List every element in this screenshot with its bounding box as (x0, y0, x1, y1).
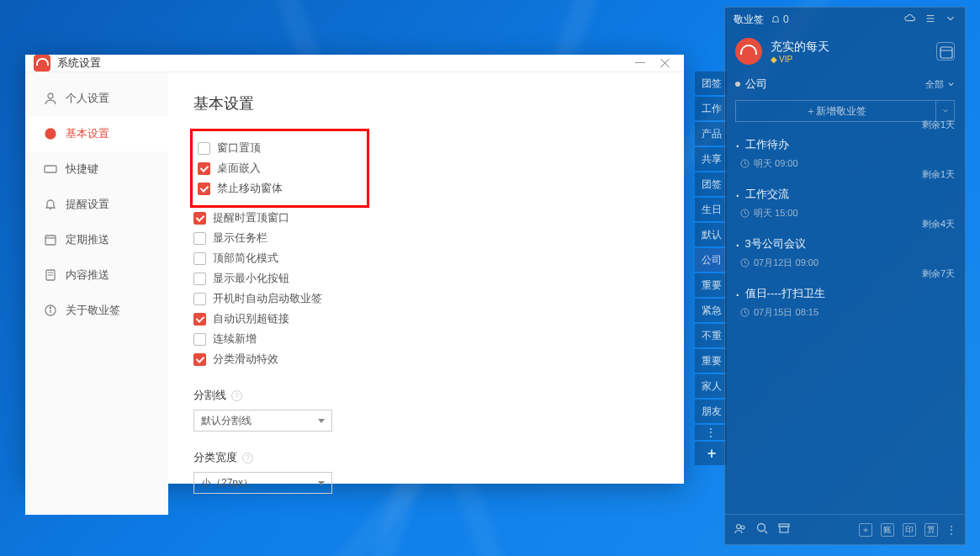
checkbox-row[interactable]: 窗口置顶 (198, 138, 283, 158)
bottom-action-button[interactable]: 账 (881, 523, 894, 537)
settings-content: 基本设置 窗口置顶桌面嵌入禁止移动窗体提醒时置顶窗口显示任务栏顶部简化模式显示最… (168, 72, 684, 515)
checkbox[interactable] (193, 353, 206, 366)
notification-badge[interactable]: 0 (771, 13, 789, 25)
note-title: 3号公司会议 (740, 236, 955, 252)
category-tab[interactable]: 家人 (695, 374, 727, 398)
note-title: 工作待办 (740, 137, 955, 152)
checkbox-label: 提醒时置顶窗口 (213, 210, 289, 225)
checkbox[interactable] (193, 293, 206, 305)
svg-rect-29 (780, 527, 788, 532)
checkbox[interactable] (193, 252, 206, 265)
category-tab[interactable]: 生日 (695, 198, 727, 221)
sidebar-item-about[interactable]: 关于敬业签 (25, 293, 168, 328)
width-select[interactable]: 小（27px） (193, 472, 332, 494)
category-tab[interactable]: 朋友 (695, 400, 727, 423)
settings-sidebar: 个人设置 基本设置 快捷键 提醒设置 定期推送 内容推送 (25, 72, 168, 515)
more-icon[interactable]: ⋮ (946, 524, 956, 536)
checkbox[interactable] (193, 273, 206, 285)
minimize-button[interactable] (635, 58, 645, 68)
category-tab[interactable]: 团签 (695, 71, 727, 95)
checkbox-row[interactable]: 提醒时置顶窗口 (193, 208, 659, 228)
checkbox-row[interactable]: 顶部简化模式 (193, 248, 659, 268)
checkbox[interactable] (193, 333, 206, 346)
close-button[interactable] (660, 58, 670, 68)
keyboard-icon (44, 162, 57, 176)
more-tabs-icon[interactable]: ⋮ (695, 425, 727, 440)
svg-line-27 (765, 531, 767, 533)
bottom-action-button[interactable]: 算 (924, 523, 938, 537)
svg-rect-18 (940, 47, 952, 58)
hint-icon[interactable]: ? (231, 390, 242, 401)
note-title: 值日----打扫卫生 (740, 286, 955, 301)
menu-icon[interactable] (924, 13, 936, 27)
checkbox-label: 开机时自动启动敬业签 (213, 291, 322, 306)
cloud-sync-icon[interactable] (904, 13, 916, 27)
chevron-down-icon[interactable] (945, 13, 956, 27)
titlebar: 系统设置 (25, 55, 684, 72)
person-icon (44, 92, 57, 105)
checkbox-row[interactable]: 禁止移动窗体 (198, 178, 283, 199)
checkbox[interactable] (198, 142, 210, 155)
contacts-icon[interactable] (734, 522, 747, 537)
svg-point-24 (737, 525, 741, 529)
hint-icon[interactable]: ? (242, 453, 253, 463)
checkbox-row[interactable]: 显示最小化按钮 (193, 268, 659, 289)
category-tab[interactable]: 共享 (695, 147, 727, 171)
vip-badge: VIP (771, 55, 829, 64)
sidebar-item-content[interactable]: 内容推送 (25, 257, 168, 293)
content-heading: 基本设置 (193, 93, 659, 114)
checkbox-row[interactable]: 自动识别超链接 (193, 309, 659, 329)
category-tab[interactable]: 公司 (695, 248, 727, 272)
note-item[interactable]: 剩余7天 值日----打扫卫生 07月15日 08:15 (725, 278, 965, 327)
svg-rect-7 (45, 236, 56, 245)
svg-point-2 (49, 132, 53, 136)
checkbox[interactable] (193, 212, 206, 225)
checkbox[interactable] (198, 162, 210, 175)
add-tab-button[interactable]: + (695, 442, 727, 465)
category-tab[interactable]: 团签 (695, 172, 727, 196)
divider-label: 分割线? (193, 388, 659, 403)
sidebar-item-push[interactable]: 定期推送 (25, 222, 168, 257)
window-title: 系统设置 (57, 56, 101, 71)
search-icon[interactable] (755, 522, 769, 537)
note-title: 工作交流 (740, 187, 955, 202)
archive-icon[interactable] (777, 522, 791, 537)
target-icon (44, 127, 57, 140)
category-tab[interactable]: 产品 (695, 122, 727, 146)
chevron-down-icon (318, 419, 325, 423)
category-tab[interactable]: 不重 (695, 324, 727, 347)
sticky-widget: 敬业签 0 充实的每天 VIP 公司 全部 ＋新增敬业签 剩余1天 工作待办 明… (724, 7, 966, 545)
bottom-action-button[interactable]: 印 (903, 523, 916, 537)
checkbox-label: 连续新增 (213, 331, 257, 347)
checkbox[interactable] (193, 313, 206, 326)
category-name[interactable]: 公司 (735, 77, 767, 92)
category-tab[interactable]: 工作 (695, 97, 727, 120)
category-tab[interactable]: 默认 (695, 223, 727, 246)
checkbox[interactable] (198, 183, 210, 195)
category-tab[interactable]: 紧急 (695, 299, 727, 322)
checkbox-row[interactable]: 连续新增 (193, 329, 659, 349)
calendar-icon[interactable] (936, 42, 955, 61)
settings-window: 系统设置 个人设置 基本设置 快捷键 提醒设置 (25, 55, 684, 484)
filter-dropdown[interactable]: 全部 (925, 78, 955, 91)
sidebar-item-personal[interactable]: 个人设置 (25, 81, 168, 116)
checkbox-row[interactable]: 桌面嵌入 (198, 158, 283, 178)
checkbox-row[interactable]: 显示任务栏 (193, 228, 659, 248)
sidebar-item-label: 基本设置 (66, 126, 109, 141)
checkbox-label: 分类滑动特效 (213, 352, 278, 367)
widget-category-bar: 公司 全部 (725, 71, 965, 97)
category-tab[interactable]: 重要 (695, 349, 727, 373)
sidebar-item-reminder[interactable]: 提醒设置 (25, 187, 168, 222)
chevron-down-icon (318, 481, 325, 485)
checkbox-label: 自动识别超链接 (213, 311, 289, 326)
sidebar-item-shortcut[interactable]: 快捷键 (25, 151, 168, 187)
widget-app-name: 敬业签 (734, 13, 764, 27)
sidebar-item-basic[interactable]: 基本设置 (25, 116, 168, 151)
bottom-action-button[interactable]: ＋ (859, 523, 872, 537)
user-avatar[interactable] (735, 38, 762, 65)
category-tab[interactable]: 重要 (695, 273, 727, 297)
divider-select[interactable]: 默认分割线 (193, 410, 332, 432)
checkbox-row[interactable]: 分类滑动特效 (193, 349, 659, 369)
checkbox[interactable] (193, 232, 206, 245)
checkbox-row[interactable]: 开机时自动启动敬业签 (193, 289, 659, 309)
